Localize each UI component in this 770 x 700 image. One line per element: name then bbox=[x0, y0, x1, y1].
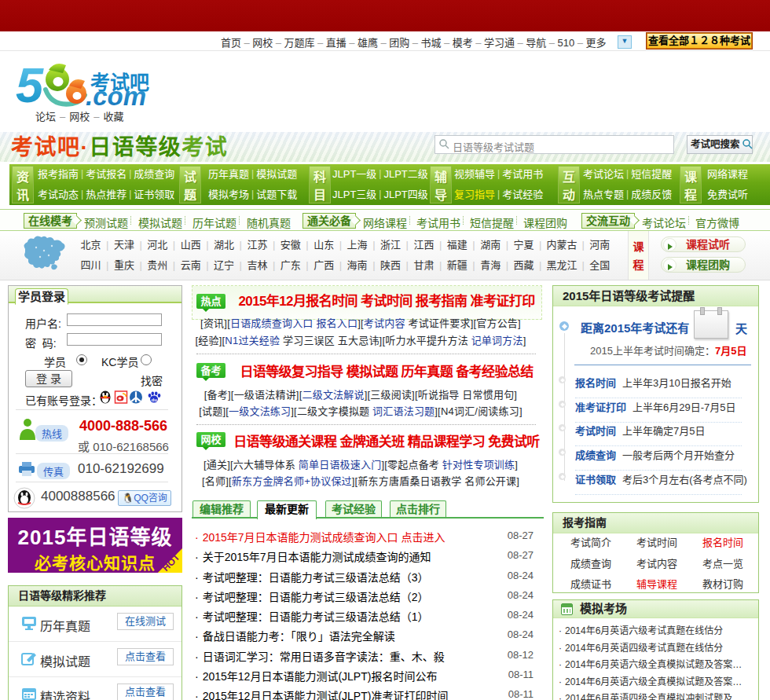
svg-text:5: 5 bbox=[16, 57, 44, 112]
svg-text:du: du bbox=[152, 398, 158, 402]
svg-text:.com: .com bbox=[86, 82, 146, 111]
